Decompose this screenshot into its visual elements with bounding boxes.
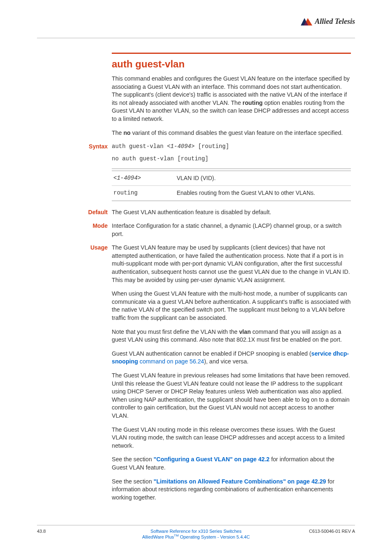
footer-doc-id: C613-50046-01 REV A <box>306 529 355 534</box>
param-desc: VLAN ID (VID). <box>175 171 351 185</box>
usage-p4-a: Guest VLAN authentication cannot be enab… <box>112 350 311 357</box>
usage-p2: When using the Guest VLAN feature with t… <box>112 290 351 322</box>
table-row: routing Enables routing from the Guest V… <box>112 186 351 201</box>
footer-page-number: 43.8 <box>37 529 86 534</box>
default-block: Default The Guest VLAN authentication fe… <box>112 208 351 217</box>
syntax-line-2: no auth guest-vlan [routing] <box>112 155 351 163</box>
intro-paragraph-2: The no variant of this command disables … <box>112 129 351 137</box>
intro-p2-text-b: variant of this command disables the gue… <box>131 130 343 136</box>
usage-p8: See the section "Limitations on Allowed … <box>112 478 351 502</box>
parameter-table: <1-4094> VLAN ID (VID). routing Enables … <box>112 169 351 201</box>
syntax-label: Syntax <box>50 143 108 151</box>
param-desc: Enables routing from the Guest VLAN to o… <box>175 186 351 201</box>
configuring-guest-vlan-link[interactable]: "Configuring a Guest VLAN" on page 42.2 <box>154 456 270 462</box>
usage-p3-bold: vlan <box>239 328 251 335</box>
intro-p1-bold: routing <box>242 99 263 106</box>
syntax-line-1: auth guest-vlan <1-4094> [routing] <box>112 143 351 150</box>
usage-p3-a: Note that you must first define the VLAN… <box>112 328 239 335</box>
footer-center-line2: AlliedWare PlusTM Operating System - Ver… <box>86 534 306 539</box>
usage-block: Usage The Guest VLAN feature may be used… <box>112 244 351 502</box>
usage-p1: The Guest VLAN feature may be used by su… <box>112 244 351 284</box>
syntax-line1-b: > [routing] <box>191 143 229 150</box>
mode-label: Mode <box>50 222 108 230</box>
syntax-line1-a: auth guest-vlan < <box>112 143 171 150</box>
usage-p8-a: See the section <box>112 478 154 485</box>
service-dhcp-snooping-page-link[interactable]: command on page 56.24 <box>138 358 204 365</box>
usage-p7-a: See the section <box>112 456 154 462</box>
default-label: Default <box>50 208 108 217</box>
param-name: <1-4094> <box>112 171 175 185</box>
mode-text: Interface Configuration for a static cha… <box>112 222 351 238</box>
default-text: The Guest VLAN authentication feature is… <box>112 208 351 217</box>
command-title: auth guest-vlan <box>112 57 351 71</box>
usage-label: Usage <box>50 244 108 252</box>
usage-p3: Note that you must first define the VLAN… <box>112 328 351 344</box>
brand-mark-icon <box>301 18 312 25</box>
usage-p7: See the section "Configuring a Guest VLA… <box>112 456 351 472</box>
limitations-link[interactable]: "Limitations on Allowed Feature Combinat… <box>154 478 326 485</box>
usage-p4-b: ), and vice versa. <box>204 358 249 365</box>
intro-p2-text-a: The <box>112 130 123 136</box>
footer-center2-a: AlliedWare Plus <box>142 534 174 539</box>
top-divider <box>37 38 355 38</box>
footer-tm: TM <box>174 534 179 537</box>
footer-center2-b: Operating System - Version 5.4.4C <box>179 534 250 539</box>
title-rule <box>112 53 351 54</box>
syntax-block: Syntax auth guest-vlan <1-4094> [routing… <box>112 143 351 163</box>
syntax-line1-param: 1-4094 <box>171 143 191 150</box>
brand-name: Allied Telesis <box>315 17 355 26</box>
intro-paragraph-1: This command enables and configures the … <box>112 75 351 123</box>
brand-logo: Allied Telesis <box>301 17 355 26</box>
usage-p5: The Guest VLAN feature in previous relea… <box>112 372 351 420</box>
usage-p4: Guest VLAN authentication cannot be enab… <box>112 350 351 366</box>
usage-p6: The Guest VLAN routing mode in this rele… <box>112 426 351 450</box>
mode-block: Mode Interface Configuration for a stati… <box>112 222 351 238</box>
page-footer: 43.8 Software Reference for x310 Series … <box>37 525 355 539</box>
footer-center-line1: Software Reference for x310 Series Switc… <box>86 529 306 534</box>
param-name: routing <box>112 186 175 201</box>
table-row: <1-4094> VLAN ID (VID). <box>112 171 351 185</box>
intro-p2-bold: no <box>123 130 130 136</box>
